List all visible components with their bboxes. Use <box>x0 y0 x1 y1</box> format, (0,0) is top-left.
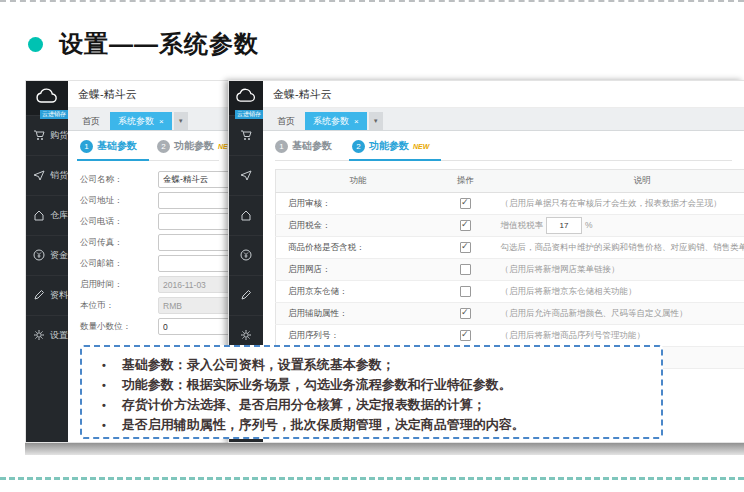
company-email-field[interactable] <box>158 255 231 272</box>
company-phone-field[interactable] <box>158 213 231 230</box>
function-description: （启用后允许商品新增颜色、尺码等自定义属性） <box>491 303 744 325</box>
sidebar-item-label: 设置 <box>50 329 68 342</box>
sidebar-item-settings[interactable]: 设置 <box>26 315 68 355</box>
tab-strip: 首页 系统参数× ▼ <box>263 108 744 131</box>
cart-icon <box>240 129 252 143</box>
enable-tax-checkbox[interactable] <box>460 220 471 231</box>
logo-badge: 云进销存 <box>40 110 68 119</box>
close-icon[interactable]: × <box>159 117 164 126</box>
tab-function-params[interactable]: 2 功能参数 NEW <box>352 139 429 153</box>
table-row: 启用税金： 增值税税率% <box>276 215 744 237</box>
enable-audit-checkbox[interactable] <box>460 198 471 209</box>
top-dashed-line <box>0 0 744 2</box>
price-tax-included-checkbox[interactable] <box>460 242 471 253</box>
company-fax-field[interactable] <box>158 234 231 251</box>
sidebar-item-sales[interactable]: 销货 <box>26 155 68 195</box>
tab-dropdown[interactable]: ▼ <box>174 112 188 130</box>
sidebar-item-sales[interactable] <box>229 155 263 195</box>
tab-home[interactable]: 首页 <box>74 112 108 130</box>
note-item: 是否启用辅助属性，序列号，批次保质期管理，决定商品管理的内容。 <box>96 415 651 435</box>
chevron-down-icon: ▼ <box>178 118 184 124</box>
field-label: 公司地址： <box>80 195 158 207</box>
step-tabs: 1 基础参数 2 功能参数 NEW <box>275 139 732 161</box>
function-description: 勾选后，商品资料中维护的采购和销售价格、对应购销、销售类单据中的含税单价列，不勾… <box>491 237 744 259</box>
close-icon[interactable]: × <box>354 117 359 126</box>
bottom-dashed-line <box>0 477 744 480</box>
gear-icon <box>240 329 252 343</box>
warehouse-icon <box>240 209 252 223</box>
function-label: 商品价格是否含税： <box>276 237 441 259</box>
field-label: 本位币： <box>80 300 158 312</box>
note-item: 功能参数：根据实际业务场景，勾选业务流程参数和行业特征参数。 <box>96 375 651 395</box>
vat-rate-field[interactable] <box>546 217 582 234</box>
step-number: 1 <box>275 140 288 153</box>
company-name-field[interactable] <box>158 171 231 188</box>
tab-strip: 首页 系统参数× ▼ <box>68 108 231 131</box>
tab-dropdown[interactable]: ▼ <box>369 112 383 130</box>
warehouse-icon <box>33 209 45 223</box>
start-date-field <box>158 276 231 293</box>
sidebar-item-label: 资料 <box>50 289 68 302</box>
function-description: 增值税税率% <box>491 215 744 237</box>
app-title: 金蝶-精斗云 <box>263 81 744 108</box>
table-row: 商品价格是否含税： 勾选后，商品资料中维护的采购和销售价格、对应购销、销售类单据… <box>276 237 744 259</box>
form-row-start-date: 启用时间： <box>80 274 219 295</box>
cloud-icon <box>35 88 59 109</box>
quantity-decimals-stepper[interactable] <box>158 318 231 335</box>
sidebar-item-funds[interactable] <box>229 235 263 275</box>
money-icon <box>33 249 45 263</box>
enable-aux-attributes-checkbox[interactable] <box>460 308 471 319</box>
sidebar-item-purchase[interactable] <box>229 115 263 155</box>
col-header-function: 功能 <box>276 170 441 193</box>
function-label: 启用序列号： <box>276 325 441 347</box>
tab-system-params[interactable]: 系统参数× <box>305 112 367 130</box>
sidebar-item-label: 销货 <box>50 169 68 182</box>
company-address-field[interactable] <box>158 192 231 209</box>
cart-icon <box>33 129 45 143</box>
function-label: 启用京东仓储： <box>276 281 441 303</box>
tab-basic-params[interactable]: 1 基础参数 <box>80 139 137 153</box>
page-title: 设置——系统参数 <box>59 28 259 60</box>
percent-sign: % <box>585 220 593 230</box>
app-logo[interactable]: 云进销存 <box>26 81 68 115</box>
field-label: 公司电话： <box>80 216 158 228</box>
form-row-base-currency: 本位币： <box>80 295 219 316</box>
function-description: （启用后将新增商品序列号管理功能） <box>491 325 744 347</box>
function-description: （启用后单据只有在审核后才会生效，报表数据才会呈现） <box>491 193 744 215</box>
screenshot-bottom-bar <box>25 443 744 455</box>
tab-system-params[interactable]: 系统参数× <box>110 112 172 130</box>
function-label: 启用审核： <box>276 193 441 215</box>
table-row: 启用序列号： （启用后将新增商品序列号管理功能） <box>276 325 744 347</box>
enable-jd-warehouse-checkbox[interactable] <box>460 286 471 297</box>
sidebar-item-warehouse[interactable] <box>229 195 263 235</box>
sidebar: 云进销存 购货 销货 仓库 资金 资料 设置 <box>26 81 68 442</box>
sidebar-item-purchase[interactable]: 购货 <box>26 115 68 155</box>
sidebar-item-funds[interactable]: 资金 <box>26 235 68 275</box>
table-row: 启用辅助属性： （启用后允许商品新增颜色、尺码等自定义属性） <box>276 303 744 325</box>
col-header-operation: 操作 <box>441 170 491 193</box>
app-title: 金蝶-精斗云 <box>68 81 231 108</box>
app-logo[interactable]: 云进销存 <box>229 81 263 115</box>
pencil-icon <box>240 289 252 303</box>
bullet-icon <box>28 37 43 52</box>
table-row: 启用网店： （启用后将新增网店菜单链接） <box>276 259 744 281</box>
enable-online-store-checkbox[interactable] <box>460 264 471 275</box>
send-icon <box>240 169 252 183</box>
field-label: 启用时间： <box>80 279 158 291</box>
tab-function-params[interactable]: 2 功能参数 NEW <box>157 139 231 153</box>
sidebar-item-data[interactable] <box>229 275 263 315</box>
page-title-row: 设置——系统参数 <box>28 28 259 60</box>
sidebar-item-label: 资金 <box>50 249 68 262</box>
tab-basic-params[interactable]: 1 基础参数 <box>275 139 332 153</box>
sidebar-item-warehouse[interactable]: 仓库 <box>26 195 68 235</box>
function-params-table: 功能 操作 说明 启用审核： （启用后单据只有在审核后才会生效，报表数据才会呈现… <box>275 169 744 369</box>
col-header-description: 说明 <box>491 170 744 193</box>
note-item: 存货计价方法选择、是否启用分仓核算，决定报表数据的计算； <box>96 395 651 415</box>
field-label: 公司邮箱： <box>80 258 158 270</box>
cloud-icon <box>235 88 257 108</box>
notes-box: 基础参数：录入公司资料，设置系统基本参数； 功能参数：根据实际业务场景，勾选业务… <box>80 345 663 439</box>
tab-home[interactable]: 首页 <box>269 112 303 130</box>
enable-serial-number-checkbox[interactable] <box>460 330 471 341</box>
pencil-icon <box>33 289 45 303</box>
sidebar-item-data[interactable]: 资料 <box>26 275 68 315</box>
